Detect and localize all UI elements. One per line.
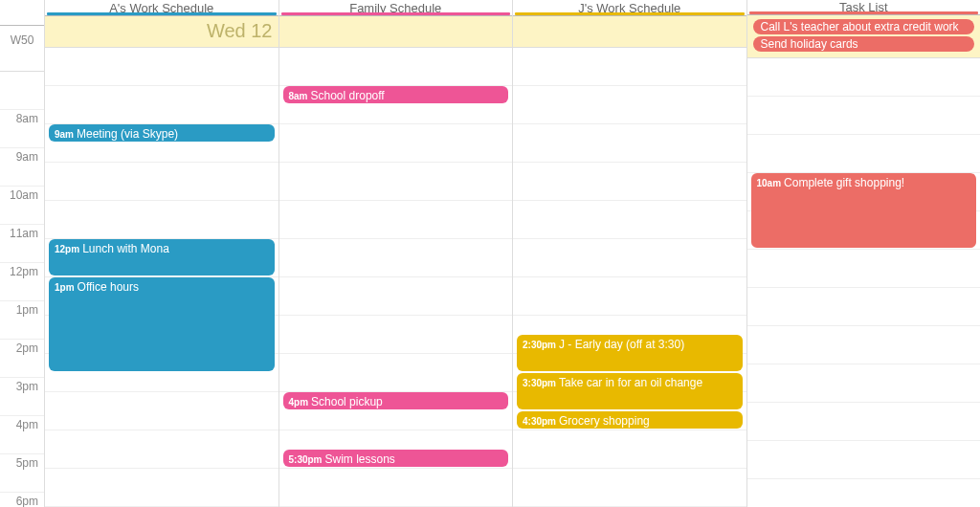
grid-row xyxy=(279,277,513,316)
allday-task[interactable]: Call L's teacher about extra credit work xyxy=(753,19,975,34)
grid-row xyxy=(513,277,746,316)
grid-row xyxy=(279,354,513,392)
lane-underline xyxy=(281,12,511,15)
grid-row xyxy=(279,163,513,201)
grid-row xyxy=(45,430,278,469)
time-label: 6pm xyxy=(0,493,44,507)
event-time: 8am xyxy=(289,91,308,101)
event-title: School dropoff xyxy=(311,89,385,102)
time-label: 1pm xyxy=(0,301,44,340)
time-label: 9am xyxy=(0,148,44,187)
lane-header[interactable]: Task List xyxy=(747,0,981,15)
event-time: 4pm xyxy=(289,397,309,408)
grid-row xyxy=(45,201,278,239)
lane-underline xyxy=(515,12,745,15)
allday-band[interactable] xyxy=(279,16,513,48)
grid-row xyxy=(513,430,746,469)
event-title: School pickup xyxy=(311,395,383,408)
event-time: 10am xyxy=(757,178,782,188)
grid-row xyxy=(45,163,278,201)
allday-band[interactable]: Wed 12 xyxy=(45,16,278,48)
allday-band[interactable]: Call L's teacher about extra credit work… xyxy=(747,15,981,58)
grid-row xyxy=(747,441,981,479)
calendar-event[interactable]: 2:30pmJ - Early day (off at 3:30) xyxy=(517,335,743,371)
grid-row xyxy=(45,86,278,124)
week-number: W50 xyxy=(0,26,44,72)
time-label: 12pm xyxy=(0,263,44,301)
event-title: J - Early day (off at 3:30) xyxy=(559,338,684,351)
grid-row xyxy=(747,479,981,507)
lane-a-work: A's Work ScheduleWed 129amMeeting (via S… xyxy=(45,0,279,507)
grid-row xyxy=(279,201,513,239)
event-time: 4:30pm xyxy=(523,416,556,427)
grid-row xyxy=(747,364,981,403)
event-title: Complete gift shopping! xyxy=(784,176,904,189)
event-title: Lunch with Mona xyxy=(82,242,169,255)
grid-row xyxy=(747,135,981,173)
grid-row xyxy=(279,48,513,86)
calendar-event[interactable]: 4pmSchool pickup xyxy=(283,392,509,409)
time-label: 8am xyxy=(0,110,44,148)
event-time: 2:30pm xyxy=(523,340,556,350)
time-gutter: W50 8am9am10am11am12pm1pm2pm3pm4pm5pm6pm xyxy=(0,0,45,507)
grid-row xyxy=(747,326,981,364)
calendar-event[interactable]: 3:30pmTake car in for an oil change xyxy=(517,373,743,409)
lane-header[interactable]: J's Work Schedule xyxy=(513,0,746,16)
calendar-event[interactable]: 9amMeeting (via Skype) xyxy=(49,124,275,142)
grid-row xyxy=(279,469,513,507)
event-title: Grocery shopping xyxy=(559,414,650,428)
grid-row xyxy=(279,124,513,163)
time-label: 11am xyxy=(0,225,44,263)
grid-row xyxy=(513,239,746,277)
grid-row xyxy=(747,288,981,326)
event-title: Swim lessons xyxy=(325,452,395,466)
calendar-lanes: A's Work ScheduleWed 129amMeeting (via S… xyxy=(45,0,980,507)
grid-row xyxy=(513,86,746,124)
calendar-event[interactable]: 10amComplete gift shopping! xyxy=(751,173,977,248)
grid-row xyxy=(747,250,981,288)
calendar-event[interactable]: 1pmOffice hours xyxy=(49,277,275,371)
calendar-event[interactable]: 4:30pmGrocery shopping xyxy=(517,411,743,429)
lane-grid[interactable]: 10amComplete gift shopping! xyxy=(747,58,981,507)
allday-band[interactable] xyxy=(513,16,746,48)
grid-row xyxy=(45,392,278,430)
grid-row xyxy=(513,469,746,507)
allday-date-label: Wed 12 xyxy=(51,20,273,42)
lane-underline xyxy=(47,12,277,15)
event-time: 3:30pm xyxy=(523,378,556,388)
event-time: 5:30pm xyxy=(289,454,323,465)
event-title: Meeting (via Skype) xyxy=(77,127,178,141)
grid-row xyxy=(513,48,746,86)
event-time: 9am xyxy=(55,129,74,140)
calendar-event[interactable]: 8amSchool dropoff xyxy=(283,86,509,103)
lane-j-work: J's Work Schedule2:30pmJ - Early day (of… xyxy=(513,0,747,507)
time-label: 2pm xyxy=(0,340,44,378)
grid-row xyxy=(747,58,981,97)
lane-grid[interactable]: 8amSchool dropoff4pmSchool pickup5:30pmS… xyxy=(279,48,513,507)
event-time: 1pm xyxy=(55,282,75,293)
event-time: 12pm xyxy=(55,244,79,254)
event-title: Take car in for an oil change xyxy=(559,376,702,389)
allday-task[interactable]: Send holiday cards xyxy=(753,36,975,52)
calendar-event[interactable]: 12pmLunch with Mona xyxy=(49,239,275,276)
grid-row xyxy=(513,124,746,163)
time-label: 10am xyxy=(0,187,44,225)
lane-grid[interactable]: 2:30pmJ - Early day (off at 3:30)3:30pmT… xyxy=(513,48,746,507)
lane-header[interactable]: A's Work Schedule xyxy=(45,0,278,16)
grid-row xyxy=(747,403,981,441)
grid-row xyxy=(45,48,278,86)
time-label xyxy=(0,72,44,110)
calendar-event[interactable]: 5:30pmSwim lessons xyxy=(283,450,509,467)
lane-header[interactable]: Family Schedule xyxy=(279,0,513,16)
lane-grid[interactable]: 9amMeeting (via Skype)12pmLunch with Mon… xyxy=(45,48,278,507)
time-label: 3pm xyxy=(0,378,44,416)
lane-tasks: Task ListCall L's teacher about extra cr… xyxy=(747,0,981,507)
lane-underline xyxy=(749,11,979,14)
grid-row xyxy=(279,316,513,354)
calendar-day-view: W50 8am9am10am11am12pm1pm2pm3pm4pm5pm6pm… xyxy=(0,0,980,507)
grid-row xyxy=(747,97,981,135)
grid-row xyxy=(513,163,746,201)
time-label: 5pm xyxy=(0,454,44,493)
gutter-header-spacer xyxy=(0,0,44,26)
grid-row xyxy=(279,239,513,277)
